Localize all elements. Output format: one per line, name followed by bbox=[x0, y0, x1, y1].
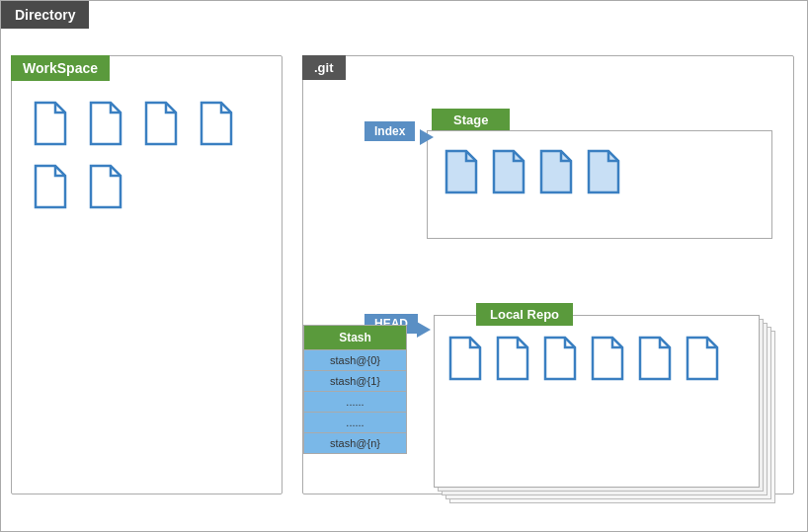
workspace-file-5 bbox=[32, 164, 69, 209]
workspace-file-3 bbox=[142, 101, 180, 146]
repo-file-5 bbox=[636, 336, 674, 381]
stash-item-1: stash@{1} bbox=[304, 370, 406, 391]
stash-header: Stash bbox=[304, 326, 406, 349]
repo-file-2 bbox=[494, 336, 531, 381]
stage-files bbox=[443, 149, 622, 194]
workspace-label: WorkSpace bbox=[11, 55, 110, 81]
repo-files bbox=[446, 336, 743, 381]
page-title: Directory bbox=[15, 7, 75, 23]
repo-file-1 bbox=[446, 336, 484, 381]
stash-item-0: stash@{0} bbox=[304, 349, 406, 370]
git-label: .git bbox=[302, 55, 346, 80]
workspace-file-6 bbox=[87, 164, 124, 209]
stage-file-2 bbox=[490, 149, 527, 194]
stash-item-dots-1: ...... bbox=[304, 391, 406, 412]
repo-card-main bbox=[434, 315, 760, 488]
stage-box bbox=[427, 130, 772, 239]
stage-file-1 bbox=[443, 149, 480, 194]
repo-file-4 bbox=[589, 336, 626, 381]
head-arrow bbox=[417, 322, 431, 338]
workspace-file-4 bbox=[198, 101, 235, 146]
index-arrow bbox=[420, 129, 434, 145]
workspace-box: WorkSpace bbox=[11, 55, 283, 494]
main-container: Directory WorkSpace .git Index Stage bbox=[0, 0, 808, 532]
stage-file-4 bbox=[585, 149, 622, 194]
repo-label: Local Repo bbox=[476, 303, 573, 326]
stash-box: Stash stash@{0} stash@{1} ...... ...... … bbox=[303, 325, 407, 454]
git-box: .git Index Stage HEAD Local Repo bbox=[302, 55, 794, 494]
index-label: Index bbox=[364, 121, 415, 141]
title-bar: Directory bbox=[1, 1, 89, 29]
repo-file-3 bbox=[541, 336, 579, 381]
repo-file-6 bbox=[684, 336, 721, 381]
workspace-files bbox=[32, 101, 282, 209]
workspace-file-2 bbox=[87, 101, 124, 146]
stage-label: Stage bbox=[432, 109, 510, 131]
stage-file-3 bbox=[537, 149, 575, 194]
workspace-file-1 bbox=[32, 101, 69, 146]
stash-item-n: stash@{n} bbox=[304, 432, 406, 453]
stash-item-dots-2: ...... bbox=[304, 412, 406, 432]
